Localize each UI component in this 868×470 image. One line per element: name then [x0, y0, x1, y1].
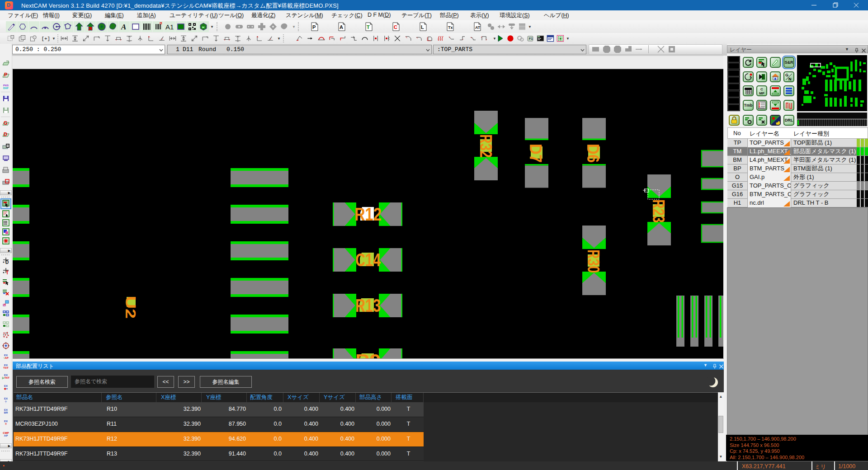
svg-text:A: A	[121, 23, 126, 31]
svg-text:A1: A1	[165, 23, 174, 31]
svg-text:R32: R32	[476, 134, 495, 158]
svg-text:F1: F1	[529, 37, 533, 41]
svg-text:G: G	[785, 73, 788, 77]
svg-text:N: N	[788, 77, 792, 81]
svg-text:L: L	[421, 24, 424, 30]
svg-text:[+]: [+]	[42, 36, 50, 42]
svg-text:R12: R12	[354, 204, 382, 224]
svg-text:A: A	[340, 24, 343, 30]
svg-text:D6: D6	[584, 144, 602, 163]
svg-text:D: D	[5, 260, 9, 265]
svg-text:G: G	[4, 120, 8, 126]
svg-text:U2: U2	[123, 296, 139, 319]
svg-text:T: T	[6, 270, 9, 275]
svg-text:R30: R30	[584, 249, 603, 273]
svg-text:R23: R23	[649, 199, 668, 223]
svg-text:T: T	[367, 24, 370, 30]
svg-text:R9: R9	[355, 351, 381, 358]
svg-text:P: P	[4, 72, 7, 77]
svg-text:AT: AT	[475, 25, 481, 30]
svg-text:D: D	[4, 132, 7, 137]
svg-text:C: C	[394, 24, 397, 30]
svg-text:Tx: Tx	[448, 25, 453, 30]
svg-text:R13: R13	[355, 296, 381, 315]
svg-text:C14: C14	[355, 250, 381, 270]
svg-text:D7: D7	[526, 144, 545, 163]
svg-text:P: P	[312, 24, 316, 30]
